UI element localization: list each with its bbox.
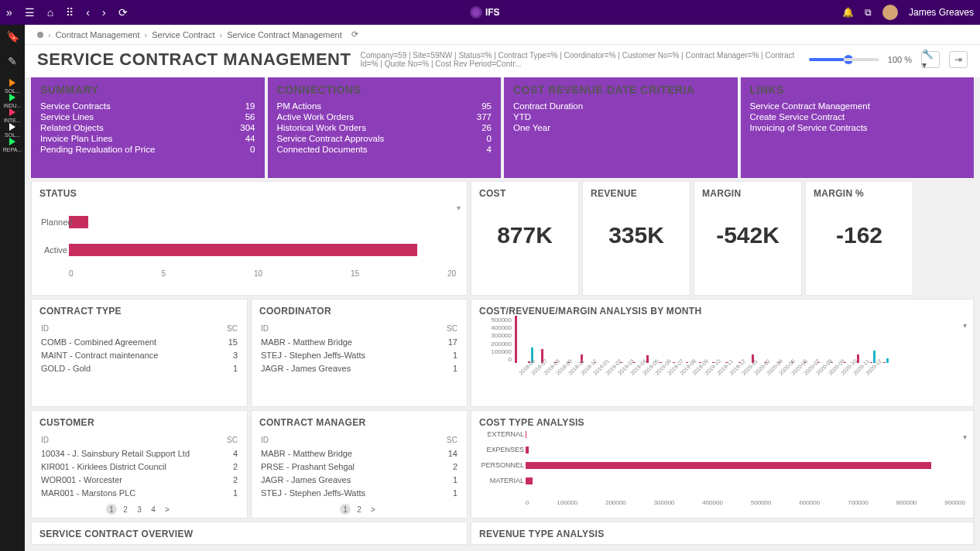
- links-title: LINKS: [750, 84, 965, 96]
- criteria-title: COST REVENUE DATE CRITERIA: [513, 84, 728, 96]
- bar-label: MATERIAL: [481, 477, 524, 484]
- list-item[interactable]: Invoicing of Service Contracts: [750, 122, 965, 133]
- list-item: PM Actions95: [277, 101, 492, 111]
- ifs-logo-icon: [470, 6, 482, 19]
- table-row[interactable]: MABR - Matthew Bridge14: [261, 447, 457, 459]
- bar[interactable]: [870, 362, 872, 363]
- kpi-margin-pct-title: MARGIN %: [814, 188, 905, 199]
- contract-manager-title: CONTRACT MANAGER: [259, 417, 459, 428]
- nav-item[interactable]: SOL...: [3, 79, 22, 94]
- breadcrumb-item[interactable]: Service Contract: [152, 30, 214, 39]
- breadcrumb-item[interactable]: Service Contract Management: [227, 30, 342, 39]
- kpi-revenue-title: REVENUE: [591, 188, 682, 199]
- cost-type-title: COST TYPE ANALYSIS: [479, 417, 965, 428]
- bar[interactable]: [515, 316, 517, 363]
- zoom-pct: 100 %: [888, 55, 912, 64]
- settings-icon[interactable]: 🔧 ▾: [921, 51, 940, 68]
- connections-title: CONNECTIONS: [277, 84, 492, 96]
- kpi-margin-title: MARGIN: [702, 188, 793, 199]
- contract-type-title: CONTRACT TYPE: [39, 306, 239, 317]
- refresh-icon[interactable]: ⟳: [118, 6, 128, 19]
- table-row[interactable]: COMB - Combined Agreement15: [41, 336, 238, 347]
- breadcrumb-item[interactable]: Contract Management: [56, 30, 140, 39]
- tag-icon[interactable]: ⧉: [865, 7, 872, 18]
- kpi-revenue-value: 335K: [591, 222, 682, 248]
- avatar[interactable]: [882, 5, 898, 20]
- breadcrumb-refresh-icon[interactable]: ⟳: [351, 29, 358, 39]
- bar[interactable]: [526, 447, 529, 453]
- bar-label: EXPENSES: [481, 446, 524, 453]
- nav-item[interactable]: REPA...: [3, 138, 22, 152]
- apps-icon[interactable]: ⠿: [66, 6, 74, 19]
- table-row[interactable]: MABR - Matthew Bridge17: [261, 336, 457, 347]
- bar[interactable]: [526, 431, 526, 438]
- page-button[interactable]: >: [162, 504, 173, 515]
- breadcrumb-dot: [37, 32, 43, 38]
- kpi-margin-pct: MARGIN % -162: [805, 181, 913, 296]
- list-item: Active Work Orders377: [277, 111, 492, 122]
- revenue-type-title: REVENUE TYPE ANALYSIS: [479, 529, 965, 539]
- list-item: Related Objects304: [40, 122, 255, 133]
- table-row[interactable]: 10034 - J. Sainsbury Retail Support Ltd4: [41, 447, 238, 459]
- coordinator-title: COORDINATOR: [259, 306, 459, 317]
- chevron-down-icon[interactable]: ▾: [457, 204, 461, 212]
- bell-icon[interactable]: 🔔: [842, 7, 854, 18]
- nav-back-icon[interactable]: ‹: [86, 6, 90, 19]
- table-row[interactable]: STEJ - Stephen Jeffs-Watts1: [261, 487, 457, 498]
- contract-manager-card: CONTRACT MANAGER IDSCMABR - Matthew Brid…: [251, 410, 468, 518]
- bookmark-icon[interactable]: 🔖: [5, 29, 19, 43]
- table-row[interactable]: WOR001 - Worcester2: [41, 474, 238, 485]
- nav-item[interactable]: SOL...: [3, 123, 22, 138]
- page-title: SERVICE CONTRACT MANAGEMENT: [37, 50, 351, 70]
- page-button[interactable]: 3: [134, 504, 145, 515]
- table-row[interactable]: GOLD - Gold1: [41, 362, 238, 374]
- table-row[interactable]: KIR001 - Kirklees District Council2: [41, 460, 238, 472]
- criteria-card: COST REVENUE DATE CRITERIA Contract Dura…: [504, 77, 738, 178]
- filter-summary[interactable]: Company=59 | Site=59NW | Status=% | Cont…: [360, 51, 799, 68]
- table-row[interactable]: MAINT - Contract maintenance3: [41, 349, 238, 361]
- user-name[interactable]: James Greaves: [909, 7, 974, 18]
- customer-card: CUSTOMER IDSC10034 - J. Sainsbury Retail…: [31, 410, 248, 518]
- page-button[interactable]: >: [368, 504, 379, 515]
- page-button[interactable]: 1: [340, 504, 351, 515]
- home-icon[interactable]: ⌂: [47, 6, 53, 19]
- kpi-cost: COST 877K: [471, 181, 579, 296]
- bar-label: Active: [41, 245, 67, 255]
- list-item[interactable]: Service Contract Management: [750, 101, 965, 111]
- analysis-card: COST/REVENUE/MARGIN ANALYSIS BY MONTH ▾ …: [471, 299, 974, 407]
- nav-forward-icon[interactable]: ›: [102, 6, 106, 19]
- list-item: Connected Documents4: [277, 144, 492, 155]
- bar[interactable]: [660, 362, 662, 363]
- table-row[interactable]: PRSE - Prashant Sehgal2: [261, 460, 457, 472]
- col-id: ID: [41, 323, 220, 334]
- table-row[interactable]: JAGR - James Greaves1: [261, 474, 457, 485]
- overview-card: SERVICE CONTRACT OVERVIEW: [31, 522, 468, 545]
- page-button[interactable]: 1: [106, 504, 117, 515]
- menu-icon[interactable]: ☰: [25, 6, 35, 19]
- pencil-icon[interactable]: ✎: [5, 54, 19, 68]
- table-row[interactable]: MAR001 - Marstons PLC1: [41, 487, 238, 498]
- expand-panel-icon[interactable]: ⇥: [949, 51, 968, 68]
- col-sc: SC: [439, 323, 457, 334]
- nav-item[interactable]: INDU...: [3, 94, 22, 108]
- bar[interactable]: [526, 462, 931, 469]
- bar[interactable]: [69, 244, 417, 256]
- page-button[interactable]: 4: [148, 504, 159, 515]
- list-item: Historical Work Orders26: [277, 122, 492, 133]
- page-button[interactable]: 2: [120, 504, 131, 515]
- nav-item[interactable]: INTE...: [3, 108, 22, 123]
- list-item: YTD: [513, 111, 728, 122]
- col-sc: SC: [224, 434, 238, 446]
- bar[interactable]: [526, 477, 533, 484]
- table-row[interactable]: STEJ - Stephen Jeffs-Watts1: [261, 349, 457, 361]
- expand-icon[interactable]: »: [6, 6, 12, 19]
- zoom-slider[interactable]: [809, 58, 879, 61]
- table-row[interactable]: JAGR - James Greaves1: [261, 362, 457, 374]
- bar[interactable]: [886, 358, 889, 363]
- links-card: LINKS Service Contract ManagementCreate …: [741, 77, 975, 178]
- list-item[interactable]: Create Service Contract: [750, 111, 965, 122]
- revenue-type-card: REVENUE TYPE ANALYSIS: [471, 522, 974, 545]
- bar[interactable]: [883, 362, 886, 363]
- page-button[interactable]: 2: [354, 504, 365, 515]
- analysis-title: COST/REVENUE/MARGIN ANALYSIS BY MONTH: [479, 306, 965, 317]
